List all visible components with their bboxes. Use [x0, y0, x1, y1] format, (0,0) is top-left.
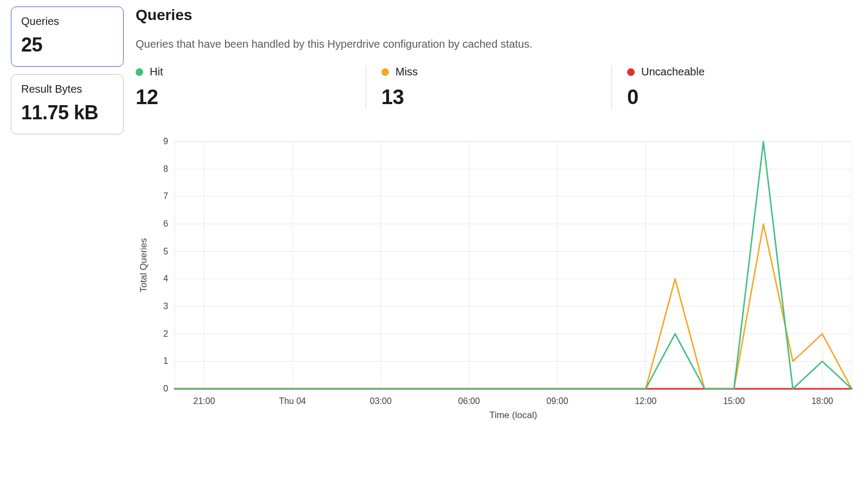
stat-label: Miss [395, 66, 418, 78]
chart-svg: 012345678921:00Thu 0403:0006:0009:0012:0… [136, 135, 857, 422]
svg-text:9: 9 [163, 137, 168, 146]
svg-text:21:00: 21:00 [193, 396, 215, 406]
svg-text:15:00: 15:00 [723, 396, 745, 406]
svg-text:Thu 04: Thu 04 [279, 396, 306, 406]
svg-text:Time (local): Time (local) [489, 410, 537, 420]
metric-card-label: Queries [21, 15, 113, 28]
stat-value: 0 [627, 86, 842, 109]
stat-value: 12 [136, 86, 350, 109]
dot-icon-hit [136, 68, 143, 76]
svg-text:1: 1 [163, 356, 168, 365]
dot-icon-miss [381, 68, 389, 76]
stat-label: Hit [150, 66, 163, 78]
svg-text:8: 8 [163, 164, 168, 174]
svg-text:3: 3 [163, 302, 168, 311]
svg-text:7: 7 [163, 191, 168, 201]
panel-title: Queries [136, 7, 857, 24]
svg-text:03:00: 03:00 [370, 396, 392, 406]
metric-card-queries[interactable]: Queries 25 [11, 7, 124, 67]
svg-text:12:00: 12:00 [635, 396, 656, 406]
svg-text:2: 2 [163, 329, 168, 338]
dot-icon-uncacheable [627, 68, 635, 76]
svg-text:5: 5 [163, 247, 168, 256]
stats-row: Hit 12 Miss 13 Uncacheable 0 [136, 66, 857, 109]
svg-text:18:00: 18:00 [812, 396, 833, 406]
stat-label: Uncacheable [641, 66, 705, 78]
metric-card-result-bytes[interactable]: Result Bytes 11.75 kB [11, 74, 124, 134]
panel-description: Queries that have been handled by this H… [136, 38, 857, 50]
svg-text:4: 4 [163, 274, 168, 283]
main-panel: Queries Queries that have been handled b… [136, 7, 857, 422]
svg-text:Total Queries: Total Queries [138, 238, 149, 292]
stat-miss: Miss 13 [366, 66, 611, 109]
queries-chart[interactable]: 012345678921:00Thu 0403:0006:0009:0012:0… [136, 135, 857, 422]
metric-card-label: Result Bytes [21, 82, 113, 95]
svg-text:06:00: 06:00 [458, 396, 480, 406]
svg-text:6: 6 [163, 219, 168, 228]
svg-text:09:00: 09:00 [546, 396, 568, 406]
metric-card-value: 25 [21, 33, 113, 56]
metric-selector-sidebar: Queries 25 Result Bytes 11.75 kB [11, 7, 124, 134]
stat-value: 13 [381, 86, 596, 109]
stat-uncacheable: Uncacheable 0 [611, 66, 857, 109]
metric-card-value: 11.75 kB [21, 101, 113, 124]
svg-text:0: 0 [163, 384, 168, 393]
stat-hit: Hit 12 [136, 66, 366, 109]
